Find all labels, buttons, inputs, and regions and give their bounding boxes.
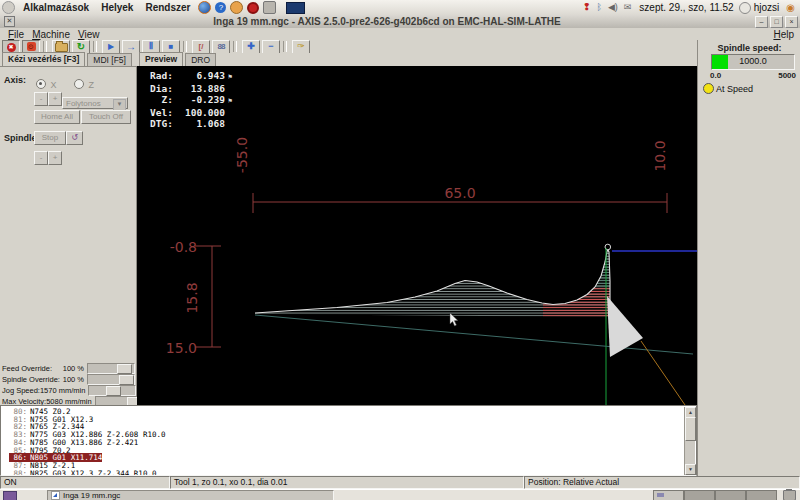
bluetooth-icon[interactable]: ᛒ xyxy=(596,2,601,13)
block-delete-button[interactable]: [/ xyxy=(192,40,210,54)
menu-machine[interactable]: Machine xyxy=(32,29,70,40)
trash-icon[interactable] xyxy=(783,490,796,500)
dim-z-right: 10.0 xyxy=(652,140,668,171)
dro-row: DTG:1.068 xyxy=(145,118,235,129)
jog-plus-button[interactable]: + xyxy=(48,92,62,106)
spindle-plus-button[interactable]: + xyxy=(48,151,62,165)
axis-z-radio[interactable]: Z xyxy=(74,74,94,92)
dim-x-bottom: 15.0 xyxy=(166,340,197,356)
workspace-3[interactable] xyxy=(715,490,746,500)
close-button[interactable]: × xyxy=(785,16,798,28)
feed-override-slider[interactable] xyxy=(87,363,135,374)
homed-icon: ⚑ xyxy=(225,96,235,107)
scrollbar-thumb[interactable] xyxy=(685,417,696,441)
show-desktop-icon[interactable] xyxy=(3,491,17,500)
radio-icon xyxy=(74,79,84,89)
user-name[interactable]: hjozsi xyxy=(754,2,780,13)
spindle-override-row: Spindle Override: 100 % xyxy=(2,374,135,384)
tab-mdi[interactable]: MDI [F5] xyxy=(87,53,132,66)
stop-icon: ■ xyxy=(169,42,174,51)
app-launcher-icon[interactable] xyxy=(247,2,259,14)
toolbar-separator xyxy=(233,41,237,52)
dro-row: Vel:100.000 xyxy=(145,107,235,118)
gcode-line[interactable]: 84:N785 G00 X13.886 Z-2.421 xyxy=(1,439,696,447)
zoom-in-icon: ✚ xyxy=(247,41,255,51)
radio-icon xyxy=(36,79,46,89)
places-menu[interactable]: Helyek xyxy=(95,2,139,13)
jog-minus-button[interactable]: - xyxy=(34,92,48,106)
run-icon: ▶ xyxy=(108,42,114,51)
at-speed-label: At Speed xyxy=(716,84,753,94)
gcode-line[interactable]: 81:N755 G01 X12.3 xyxy=(1,416,696,424)
window-title: Inga 19 mm.ngc - AXIS 2.5.0-pre2-626-g40… xyxy=(19,16,755,27)
screenshot-icon[interactable] xyxy=(263,1,276,14)
open-file-icon xyxy=(55,43,68,52)
toolbar: ✖ ⊙ ↻ ▶ → Ⅱ ■ [/ 88 ✚ − ✑ xyxy=(0,40,697,54)
applications-menu[interactable]: Alkalmazások xyxy=(17,2,95,13)
jog-speed-slider[interactable] xyxy=(88,385,136,396)
distro-menu-icon[interactable] xyxy=(2,1,15,14)
mail-icon[interactable]: ✉ xyxy=(624,2,632,13)
menu-help[interactable]: Help xyxy=(773,29,794,40)
dim-x-top: -0.8 xyxy=(170,239,197,255)
zoom-out-button[interactable]: − xyxy=(262,40,280,54)
optional-stop-icon: 88 xyxy=(218,42,225,51)
gcode-scrollbar[interactable]: ▲ ▼ xyxy=(684,407,695,475)
system-menu[interactable]: Rendszer xyxy=(139,2,196,13)
slider-thumb[interactable] xyxy=(106,386,121,396)
help-icon[interactable]: ? xyxy=(215,2,226,13)
touch-off-button[interactable]: Touch Off xyxy=(81,110,131,124)
optional-stop-button[interactable]: 88 xyxy=(212,40,230,54)
window-menu-icon[interactable]: ✕ xyxy=(4,16,15,27)
slider-thumb[interactable] xyxy=(119,375,134,385)
gcode-line[interactable]: 80:N745 Z0.2 xyxy=(1,408,696,416)
zoom-out-icon: − xyxy=(268,41,273,51)
minimize-button[interactable]: – xyxy=(755,16,768,28)
position-mode: Position: Relative Actual xyxy=(524,476,800,489)
spindle-turn-button[interactable]: ↺ xyxy=(66,131,83,145)
taskbar: Inga 19 mm.ngc xyxy=(0,489,800,500)
step-icon: → xyxy=(126,41,136,52)
tab-dro[interactable]: DRO xyxy=(185,53,216,66)
dro-readout: Rad:6.943⚑ Dia:13.886 Z:-0.239⚑ Vel:100.… xyxy=(145,70,235,129)
scroll-down-icon[interactable]: ▼ xyxy=(685,464,696,475)
gcode-listing[interactable]: 80:N745 Z0.2 81:N755 G01 X12.3 82:N765 Z… xyxy=(0,405,697,476)
home-all-button[interactable]: Home All xyxy=(34,110,80,124)
tab-preview[interactable]: Preview xyxy=(139,52,183,66)
clock[interactable]: szept. 29., szo, 11.52 xyxy=(639,2,733,13)
status-bar: ON Tool 1, zo 0.1, xo 0.1, dia 0.01 Posi… xyxy=(0,476,800,489)
spindle-override-slider[interactable] xyxy=(87,374,135,385)
spindle-minus-button[interactable]: - xyxy=(34,151,48,165)
user-switch-icon[interactable] xyxy=(230,1,243,14)
firefox-icon[interactable] xyxy=(198,1,211,14)
menubar: File Machine View Help xyxy=(0,28,800,40)
dro-row: Z:-0.239⚑ xyxy=(145,94,235,107)
window-thumbnail[interactable] xyxy=(286,2,305,14)
shutdown-icon[interactable]: ◉ xyxy=(786,2,795,13)
gcode-line-active[interactable]: 86:N805 G01 X11.714 xyxy=(1,454,696,462)
jog-mode-select[interactable]: Folytonos ▼ xyxy=(62,97,128,109)
volume-icon[interactable]: ◀) xyxy=(608,2,618,13)
alert-tray-icon[interactable]: ❢ xyxy=(583,2,591,13)
axis-x-radio[interactable]: X xyxy=(36,74,56,92)
workspace-2[interactable] xyxy=(684,490,715,500)
menu-file[interactable]: File xyxy=(8,29,24,40)
workspace-1[interactable] xyxy=(653,490,684,500)
tool-cone xyxy=(607,296,643,357)
gcode-line[interactable]: 85:N795 Z0.2 xyxy=(1,447,696,455)
step-button[interactable]: → xyxy=(122,40,140,54)
user-avatar[interactable] xyxy=(739,2,751,14)
tab-manual-control[interactable]: Kézi vezérlés [F3] xyxy=(2,52,85,66)
menu-view[interactable]: View xyxy=(78,29,100,40)
estop-icon: ✖ xyxy=(7,43,16,52)
run-button[interactable]: ▶ xyxy=(102,40,120,54)
preview-canvas[interactable]: 65.0 -55.0 10.0 -0.8 15.8 15.0 Rad:6.943… xyxy=(137,66,697,405)
slider-thumb[interactable] xyxy=(117,364,132,374)
workspace-4[interactable] xyxy=(746,490,777,500)
machine-state: ON xyxy=(0,476,170,489)
zoom-in-button[interactable]: ✚ xyxy=(242,40,260,54)
taskbar-window-button[interactable]: Inga 19 mm.ngc xyxy=(47,490,334,500)
spindle-stop-button[interactable]: Stop xyxy=(34,131,66,145)
clean-plot-button[interactable]: ✑ xyxy=(292,40,310,54)
maximize-button[interactable]: □ xyxy=(770,16,783,28)
